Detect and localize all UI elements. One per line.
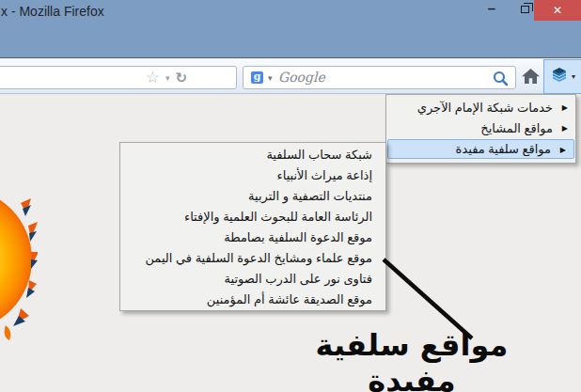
submenu-item[interactable]: شبكة سحاب السلفية	[120, 145, 385, 165]
useful-salafi-sites-submenu: شبكة سحاب السلفية إذاعة ميراث الأنبياء م…	[119, 142, 386, 311]
bookmarks-icon	[550, 66, 569, 87]
titlebar: x - Mozilla Firefox – ✕	[0, 0, 581, 58]
bookmark-star-icon[interactable]: ☆	[146, 67, 160, 88]
home-icon	[522, 69, 540, 87]
minimize-icon: –	[488, 0, 495, 16]
bookmarks-dropdown-menu: خدمات شبكة الإمام الآجري ▶ مواقع المشايخ…	[385, 94, 576, 164]
close-button[interactable]: ✕	[534, 0, 581, 21]
submenu-item[interactable]: موقع الدعوة السلفية بصامطة	[120, 227, 385, 248]
search-input[interactable]: g ▾ Google	[243, 66, 516, 89]
submenu-item[interactable]: الرئاسة العامة للبحوث العلمية والإفتاء	[120, 207, 385, 227]
minimize-button[interactable]: –	[478, 0, 506, 21]
navigation-toolbar: ☆ ▾ ↻ g ▾ Google	[0, 59, 581, 94]
close-icon: ✕	[553, 4, 562, 17]
menu-item-label: مواقع المشايخ	[480, 121, 553, 135]
search-engine-dropdown-icon[interactable]: ▾	[268, 73, 273, 83]
submenu-item[interactable]: موقع علماء ومشايخ الدعوة السلفية في اليم…	[120, 248, 385, 269]
search-placeholder: Google	[278, 70, 325, 85]
menu-item-label: خدمات شبكة الإمام الآجري	[417, 101, 553, 115]
reload-icon[interactable]: ↻	[175, 70, 187, 86]
firefox-logo	[0, 197, 38, 347]
search-engine-icon[interactable]: g	[251, 71, 263, 84]
submenu-arrow-icon: ▶	[562, 98, 568, 118]
submenu-arrow-icon: ▶	[562, 118, 568, 139]
window-title: x - Mozilla Firefox	[1, 4, 104, 19]
menu-item-label: مواقع سلفية مفيدة	[456, 142, 551, 156]
search-icon[interactable]	[493, 71, 509, 90]
url-bar[interactable]: ☆ ▾ ↻	[0, 66, 237, 89]
menu-item-useful-salafi-sites[interactable]: مواقع سلفية مفيدة ▶	[387, 139, 574, 159]
restore-icon	[521, 6, 529, 13]
home-button[interactable]	[519, 66, 542, 89]
menu-item-sheikhs-sites[interactable]: مواقع المشايخ ▶	[386, 118, 575, 139]
urlbar-dropdown-icon[interactable]: ▾	[165, 73, 170, 83]
submenu-item[interactable]: فتاوى نور على الدرب الصوتية	[120, 269, 385, 290]
submenu-item[interactable]: موقع الصديقة عائشة أم المؤمنين	[120, 290, 385, 310]
submenu-arrow-icon: ▶	[560, 140, 566, 161]
menu-item-ajurry-services[interactable]: خدمات شبكة الإمام الآجري ▶	[386, 98, 575, 118]
submenu-item[interactable]: إذاعة ميراث الأنبياء	[120, 165, 385, 186]
bookmarks-menu-button[interactable]: ▾	[543, 59, 581, 94]
browser-window: x - Mozilla Firefox – ✕ ☆ ▾ ↻ g ▾ Google	[0, 0, 581, 392]
bookmarks-caret-icon: ▾	[572, 72, 575, 81]
annotation-label: مواقع سلفية مفيدة	[310, 327, 513, 392]
submenu-item[interactable]: منتديات التصفية و التربية	[120, 186, 385, 207]
